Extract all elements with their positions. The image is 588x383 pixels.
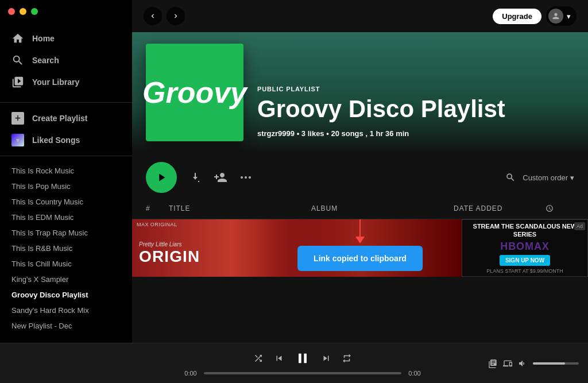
playlist-info: PUBLIC PLAYLIST Groovy Disco Playlist st… xyxy=(257,86,505,141)
topbar: Upgrade ▾ xyxy=(132,0,588,32)
minimize-button[interactable] xyxy=(20,8,26,15)
liked-songs-label: Liked Songs xyxy=(32,136,80,145)
hbomax-logo: HBOMAX xyxy=(500,241,549,253)
add-user-button[interactable] xyxy=(214,171,227,184)
ad-right-content: Ad STREAM THE SCANDALOUS NEW SERIES HBOM… xyxy=(462,219,588,277)
playlist-item[interactable]: Groovy Disco Playlist xyxy=(11,287,121,303)
table-header: # TITLE ALBUM DATE ADDED xyxy=(132,202,588,219)
search-icon xyxy=(11,54,24,67)
sidebar-nav: Home Search Your Library xyxy=(0,23,132,98)
player-bar: 0:00 0:00 xyxy=(0,343,588,383)
maximize-button[interactable] xyxy=(31,8,38,15)
ad-show-name: ORIGIN xyxy=(139,247,200,266)
playlist-item[interactable]: New Playlist - Dec xyxy=(11,318,121,334)
ad-badge: Ad xyxy=(574,222,585,230)
playlist-header: Groovy PUBLIC PLAYLIST Groovy Disco Play… xyxy=(132,32,588,153)
player-center: 0:00 0:00 xyxy=(141,350,464,377)
download-button[interactable] xyxy=(188,171,202,184)
home-icon xyxy=(11,32,24,45)
time-current: 0:00 xyxy=(182,370,199,377)
close-button[interactable] xyxy=(8,8,15,15)
forward-button[interactable] xyxy=(167,7,185,25)
shuffle-button[interactable] xyxy=(253,353,264,363)
svg-point-2 xyxy=(249,176,251,179)
playlist-item[interactable]: This Is R&B Music xyxy=(11,241,121,256)
sidebar-item-home[interactable]: Home xyxy=(0,28,132,49)
custom-order-chevron: ▾ xyxy=(570,173,574,182)
col-album: ALBUM xyxy=(311,204,454,214)
player-right xyxy=(464,359,579,368)
sidebar-item-library-label: Your Library xyxy=(32,78,79,87)
playlist-owner[interactable]: strgzr9999 xyxy=(257,129,295,138)
create-playlist-label: Create Playlist xyxy=(32,114,88,123)
playlist-type-label: PUBLIC PLAYLIST xyxy=(257,86,505,92)
topbar-nav xyxy=(144,7,185,25)
playlist-item[interactable]: This Is Pop Music xyxy=(11,179,121,194)
repeat-button[interactable] xyxy=(342,353,352,363)
sidebar-item-home-label: Home xyxy=(32,34,55,43)
playlist-list: This Is Rock MusicThis Is Pop MusicThis … xyxy=(0,161,132,343)
volume-button[interactable] xyxy=(518,359,527,368)
user-menu-button[interactable]: ▾ xyxy=(546,6,577,26)
sidebar-item-library[interactable]: Your Library xyxy=(0,71,132,93)
title-bar xyxy=(0,0,132,23)
more-options-button[interactable] xyxy=(239,171,253,184)
previous-button[interactable] xyxy=(274,353,284,363)
ad-right-title: STREAM THE SCANDALOUS NEW SERIES xyxy=(468,222,582,239)
sidebar-item-create-playlist[interactable]: + Create Playlist xyxy=(0,107,132,129)
svg-point-0 xyxy=(241,176,243,179)
sidebar-divider-1 xyxy=(0,102,132,103)
playlist-title: Groovy Disco Playlist xyxy=(257,96,505,122)
volume-slider[interactable] xyxy=(533,362,579,365)
playlist-item[interactable]: This Is Rock Music xyxy=(11,163,121,179)
playlist-likes: 3 likes xyxy=(301,129,324,138)
meta-separator-1: • xyxy=(297,129,301,138)
volume-fill xyxy=(533,362,565,365)
liked-songs-icon: ♥ xyxy=(11,134,24,146)
svg-point-1 xyxy=(245,176,247,179)
signup-button[interactable]: SIGN UP NOW xyxy=(500,255,550,266)
ad-banner[interactable]: max original Pretty Little Liars ORIGIN … xyxy=(132,219,588,277)
playlist-item[interactable]: Sandy's Hard Rock Mix xyxy=(11,303,121,318)
playlist-songs: 20 songs xyxy=(331,129,363,138)
sidebar-item-liked-songs[interactable]: ♥ Liked Songs xyxy=(0,129,132,151)
content-area: max original Pretty Little Liars ORIGIN … xyxy=(132,219,588,343)
ad-max-label: max original xyxy=(137,222,177,227)
queue-button[interactable] xyxy=(488,359,497,368)
controls-bar: Custom order ▾ xyxy=(132,153,588,202)
meta-separator-3: , xyxy=(365,129,369,138)
custom-order-button[interactable]: Custom order ▾ xyxy=(523,173,574,182)
col-duration xyxy=(546,204,574,214)
ad-subtext: PLANS START AT $9.99/MONTH xyxy=(486,268,563,274)
playlist-item[interactable]: This Is Country Music xyxy=(11,194,121,210)
create-playlist-icon: + xyxy=(11,112,24,125)
search-tracks-button[interactable] xyxy=(505,172,516,183)
play-pause-button[interactable] xyxy=(295,350,311,366)
progress-track[interactable] xyxy=(204,372,401,374)
playlist-item[interactable]: This Is EDM Music xyxy=(11,210,121,225)
upgrade-button[interactable]: Upgrade xyxy=(493,9,541,24)
play-button[interactable] xyxy=(146,162,177,193)
back-button[interactable] xyxy=(144,7,162,25)
next-button[interactable] xyxy=(321,353,331,363)
playlist-cover-text: Groovy xyxy=(142,75,247,110)
custom-order-label: Custom order xyxy=(523,173,568,182)
playlist-duration: 1 hr 36 min xyxy=(370,129,409,138)
time-total: 0:00 xyxy=(406,370,423,377)
toast-notification: Link copied to clipboard xyxy=(297,246,423,271)
col-date-added: DATE ADDED xyxy=(454,204,546,214)
devices-button[interactable] xyxy=(503,359,512,368)
progress-bar[interactable]: 0:00 0:00 xyxy=(182,370,423,377)
player-controls xyxy=(253,350,352,366)
avatar xyxy=(548,9,563,24)
sidebar-divider-2 xyxy=(0,156,132,156)
playlist-cover: Groovy xyxy=(146,44,243,141)
playlist-item[interactable]: This Is Trap Rap Music xyxy=(11,225,121,241)
chevron-down-icon: ▾ xyxy=(567,12,571,21)
playlist-meta: strgzr9999 • 3 likes • 20 songs , 1 hr 3… xyxy=(257,129,505,138)
topbar-actions: Upgrade ▾ xyxy=(493,6,577,26)
controls-right: Custom order ▾ xyxy=(505,172,574,183)
playlist-item[interactable]: King's X Sampler xyxy=(11,272,121,287)
sidebar-item-search[interactable]: Search xyxy=(0,49,132,71)
playlist-item[interactable]: This Is Chill Music xyxy=(11,256,121,272)
